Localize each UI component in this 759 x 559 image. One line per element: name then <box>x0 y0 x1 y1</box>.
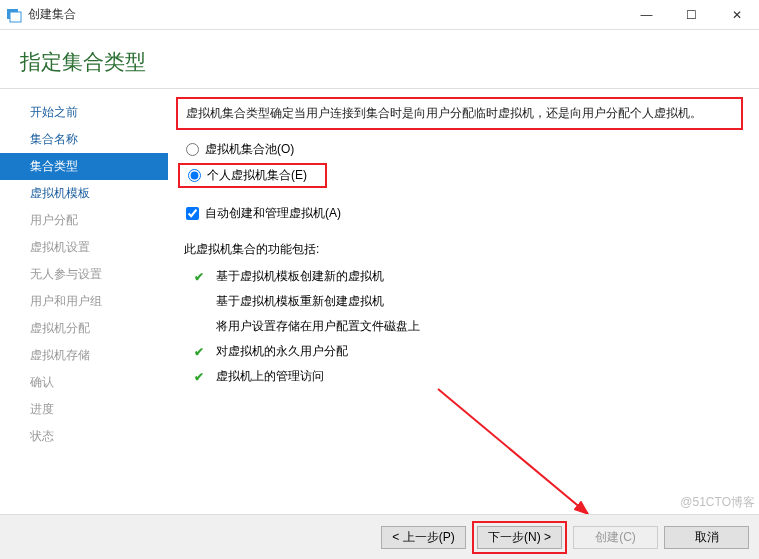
feature-list: ✔基于虚拟机模板创建新的虚拟机基于虚拟机模板重新创建虚拟机将用户设置存储在用户配… <box>176 264 743 389</box>
sidebar-step-9: 虚拟机存储 <box>0 342 168 369</box>
annotation-arrow <box>428 379 608 529</box>
content-area: 开始之前集合名称集合类型虚拟机模板用户分配虚拟机设置无人参与设置用户和用户组虚拟… <box>0 89 759 515</box>
sidebar-step-0[interactable]: 开始之前 <box>0 99 168 126</box>
sidebar-step-11: 进度 <box>0 396 168 423</box>
sidebar-step-5: 虚拟机设置 <box>0 234 168 261</box>
sidebar-step-7: 用户和用户组 <box>0 288 168 315</box>
wizard-footer: < 上一步(P) 下一步(N) > 创建(C) 取消 <box>0 514 759 559</box>
feature-item-1: 基于虚拟机模板重新创建虚拟机 <box>194 289 743 314</box>
feature-text: 虚拟机上的管理访问 <box>216 368 324 385</box>
app-icon <box>6 7 22 23</box>
sidebar-step-10: 确认 <box>0 369 168 396</box>
checkbox-auto-input[interactable] <box>186 207 199 220</box>
next-button-highlight: 下一步(N) > <box>472 521 567 554</box>
sidebar-step-3[interactable]: 虚拟机模板 <box>0 180 168 207</box>
feature-text: 对虚拟机的永久用户分配 <box>216 343 348 360</box>
sidebar-step-4: 用户分配 <box>0 207 168 234</box>
check-icon: ✔ <box>194 345 208 359</box>
feature-item-0: ✔基于虚拟机模板创建新的虚拟机 <box>194 264 743 289</box>
description-highlight: 虚拟机集合类型确定当用户连接到集合时是向用户分配临时虚拟机，还是向用户分配个人虚… <box>176 97 743 130</box>
svg-rect-1 <box>10 12 21 22</box>
radio-personal-highlight: 个人虚拟机集合(E) <box>178 163 327 188</box>
description-text: 虚拟机集合类型确定当用户连接到集合时是向用户分配临时虚拟机，还是向用户分配个人虚… <box>186 106 702 120</box>
radio-pool-label: 虚拟机集合池(O) <box>205 141 294 158</box>
sidebar-step-1[interactable]: 集合名称 <box>0 126 168 153</box>
cancel-button[interactable]: 取消 <box>664 526 749 549</box>
main-panel: 虚拟机集合类型确定当用户连接到集合时是向用户分配临时虚拟机，还是向用户分配个人虚… <box>168 89 759 515</box>
svg-line-2 <box>438 389 588 514</box>
radio-pool-input[interactable] <box>186 143 199 156</box>
next-button[interactable]: 下一步(N) > <box>477 526 562 549</box>
feature-text: 将用户设置存储在用户配置文件磁盘上 <box>216 318 420 335</box>
checkbox-auto[interactable]: 自动创建和管理虚拟机(A) <box>176 202 743 225</box>
radio-personal-input[interactable] <box>188 169 201 182</box>
sidebar-step-12: 状态 <box>0 423 168 450</box>
titlebar: 创建集合 — ☐ ✕ <box>0 0 759 30</box>
wizard-sidebar: 开始之前集合名称集合类型虚拟机模板用户分配虚拟机设置无人参与设置用户和用户组虚拟… <box>0 89 168 515</box>
close-button[interactable]: ✕ <box>714 0 759 30</box>
prev-button[interactable]: < 上一步(P) <box>381 526 466 549</box>
window-title: 创建集合 <box>28 6 624 23</box>
sidebar-step-2[interactable]: 集合类型 <box>0 153 168 180</box>
features-heading: 此虚拟机集合的功能包括: <box>176 225 743 264</box>
radio-pool[interactable]: 虚拟机集合池(O) <box>176 138 743 161</box>
feature-item-4: ✔虚拟机上的管理访问 <box>194 364 743 389</box>
check-icon: ✔ <box>194 270 208 284</box>
check-icon: ✔ <box>194 370 208 384</box>
minimize-button[interactable]: — <box>624 0 669 30</box>
feature-text: 基于虚拟机模板创建新的虚拟机 <box>216 268 384 285</box>
radio-personal-label: 个人虚拟机集合(E) <box>207 167 307 184</box>
watermark: @51CTO博客 <box>680 494 755 511</box>
feature-text: 基于虚拟机模板重新创建虚拟机 <box>216 293 384 310</box>
page-title: 指定集合类型 <box>0 30 759 88</box>
feature-item-2: 将用户设置存储在用户配置文件磁盘上 <box>194 314 743 339</box>
maximize-button[interactable]: ☐ <box>669 0 714 30</box>
sidebar-step-6: 无人参与设置 <box>0 261 168 288</box>
checkbox-auto-label: 自动创建和管理虚拟机(A) <box>205 205 341 222</box>
sidebar-step-8: 虚拟机分配 <box>0 315 168 342</box>
feature-item-3: ✔对虚拟机的永久用户分配 <box>194 339 743 364</box>
create-button[interactable]: 创建(C) <box>573 526 658 549</box>
